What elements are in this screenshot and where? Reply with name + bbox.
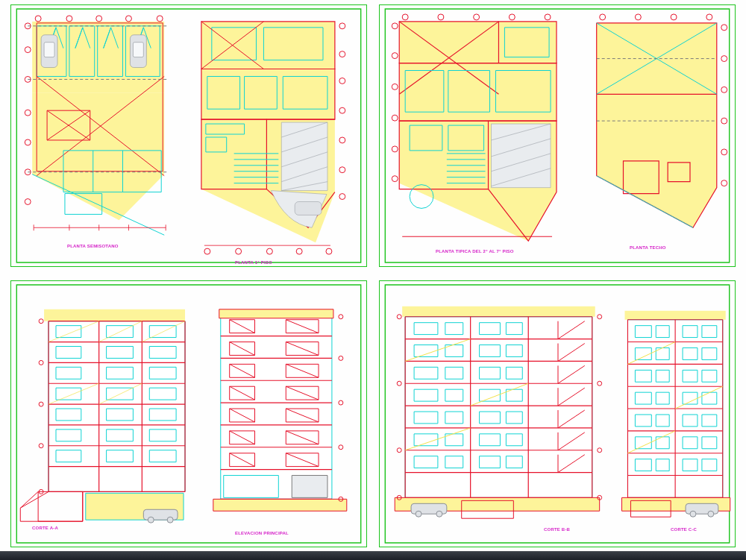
svg-rect-9 [44,43,54,57]
svg-line-160 [20,491,48,508]
svg-point-31 [96,16,102,22]
plan-primer-piso [201,22,345,254]
svg-marker-121 [597,23,717,227]
label-elevacion: ELEVACION PRINCIPAL [235,531,289,535]
svg-point-226 [397,315,401,319]
plan-techo [597,14,727,227]
svg-point-129 [721,56,727,62]
svg-point-133 [721,180,727,186]
svg-point-131 [721,118,727,124]
svg-point-76 [339,194,345,200]
svg-point-170 [39,444,43,448]
svg-point-112 [392,115,398,121]
svg-point-73 [339,107,345,113]
svg-point-116 [438,14,444,20]
taskbar[interactable] [0,551,746,560]
svg-point-137 [706,14,712,20]
svg-point-194 [339,400,343,405]
drawing-canvas[interactable]: PLANTA SEMISOTANO PLANTA 1° PISO [0,0,746,551]
svg-point-174 [167,517,173,523]
svg-rect-159 [38,491,83,521]
svg-rect-198 [402,306,595,317]
corte-c [622,311,730,517]
svg-point-109 [392,23,398,29]
sheet-4: CORTE B-B CORTE C-C [379,280,736,547]
svg-point-114 [392,176,398,182]
svg-point-168 [39,360,43,365]
svg-marker-2 [32,92,164,220]
svg-point-110 [392,53,398,59]
svg-point-228 [397,448,401,453]
elevacion [213,309,347,511]
sheet-3: CORTE A-A ELEVACION PRINCIPAL [10,280,367,547]
svg-point-77 [204,248,210,254]
svg-point-26 [25,139,31,145]
svg-rect-191 [213,499,347,511]
svg-point-130 [721,86,727,92]
sheet-2: PLANTA TIPICA DEL 2° AL 7° PISO PLANTA T… [379,4,736,267]
svg-point-25 [25,110,31,116]
svg-point-195 [339,445,343,450]
svg-point-111 [392,84,398,89]
label-techo: PLANTA TECHO [630,245,666,250]
label-tipica: PLANTA TIPICA DEL 2° AL 7° PISO [436,249,514,254]
svg-rect-61 [281,122,327,190]
svg-point-227 [397,381,401,386]
svg-rect-189 [292,476,327,498]
svg-point-193 [339,356,343,360]
svg-point-258 [708,511,714,517]
svg-rect-234 [624,311,725,320]
svg-point-224 [436,511,442,517]
svg-point-30 [66,16,72,22]
svg-point-231 [598,381,602,386]
label-corte-c: CORTE C-C [671,527,697,532]
svg-point-74 [339,137,345,143]
svg-point-113 [392,146,398,152]
svg-point-28 [25,199,31,205]
svg-point-117 [474,14,480,20]
label-piso1: PLANTA 1° PISO [235,260,272,265]
svg-point-71 [339,51,345,57]
svg-point-70 [339,23,345,29]
svg-point-128 [721,25,727,31]
svg-rect-176 [219,309,333,318]
svg-rect-199 [405,317,592,498]
svg-point-223 [416,511,421,517]
svg-point-136 [671,14,677,20]
svg-point-167 [39,319,43,324]
svg-rect-10 [133,43,143,57]
svg-rect-67 [295,201,322,215]
svg-point-78 [236,248,242,254]
svg-point-230 [598,315,602,319]
svg-point-257 [690,511,696,517]
svg-point-134 [600,14,606,20]
svg-rect-104 [492,124,551,188]
svg-point-33 [157,16,163,22]
sheet-1: PLANTA SEMISOTANO PLANTA 1° PISO [10,4,367,267]
svg-point-173 [148,517,154,523]
svg-point-135 [635,14,641,20]
label-corte-b: CORTE B-B [544,527,570,532]
svg-point-115 [402,14,408,20]
svg-point-132 [721,149,727,155]
plan-tipica [392,14,557,241]
svg-point-32 [125,16,131,22]
label-corte-a: CORTE A-A [32,526,58,530]
svg-point-29 [35,16,41,22]
svg-point-119 [545,14,551,20]
svg-point-232 [598,448,602,453]
svg-point-23 [25,47,31,53]
label-semisotano: PLANTA SEMISOTANO [67,244,119,248]
svg-point-81 [326,248,332,254]
corte-a [20,309,185,523]
svg-point-169 [39,402,43,406]
svg-point-80 [296,248,302,254]
svg-point-192 [339,315,343,319]
corte-b [395,306,601,518]
plan-semisotano [25,16,167,235]
svg-point-75 [339,167,345,173]
svg-point-118 [509,14,515,20]
svg-rect-141 [44,309,185,321]
svg-point-72 [339,78,345,84]
svg-point-79 [266,248,272,254]
